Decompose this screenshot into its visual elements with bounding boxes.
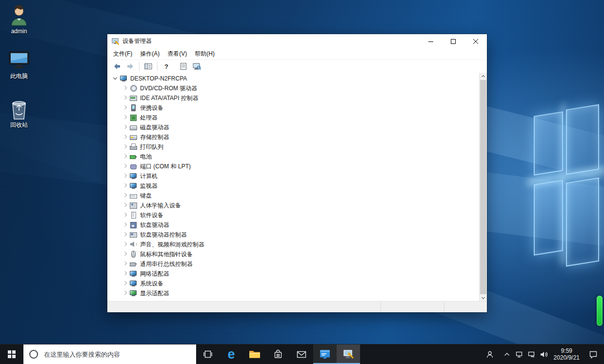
expand-chevron-icon[interactable] bbox=[121, 114, 129, 121]
show-console-tree-button[interactable] bbox=[142, 61, 154, 72]
expand-chevron-icon[interactable] bbox=[121, 250, 129, 258]
menu-bar: 文件(F) 操作(A) 查看(V) 帮助(H) bbox=[107, 48, 487, 60]
clock-date: 2020/9/21 bbox=[554, 354, 580, 361]
taskbar: e bbox=[0, 344, 604, 364]
desktop-icon-recycle-bin[interactable]: 回收站 bbox=[4, 98, 34, 128]
expand-chevron-icon[interactable] bbox=[121, 211, 129, 219]
tree-item[interactable]: 端口 (COM 和 LPT) bbox=[107, 162, 487, 171]
taskbar-search[interactable] bbox=[23, 344, 196, 364]
tree-item[interactable]: 存储控制器 bbox=[107, 132, 487, 142]
start-button[interactable] bbox=[0, 344, 23, 364]
tree-item[interactable]: 鼠标和其他指针设备 bbox=[107, 249, 487, 259]
tree-item[interactable]: 显示适配器 bbox=[107, 288, 487, 298]
people-button[interactable] bbox=[482, 344, 498, 364]
expand-chevron-icon[interactable] bbox=[121, 270, 129, 278]
tree-item-label: 声音、视频和游戏控制器 bbox=[140, 241, 204, 249]
file-explorer-button[interactable] bbox=[243, 344, 266, 364]
tree-item-label: 人体学输入设备 bbox=[140, 202, 181, 210]
edge-button[interactable]: e bbox=[220, 344, 243, 364]
desktop: admin 此电脑 回收站 bbox=[0, 0, 604, 364]
search-input[interactable] bbox=[43, 350, 196, 359]
expand-chevron-icon[interactable] bbox=[121, 202, 129, 209]
network-button[interactable] bbox=[525, 344, 538, 364]
tree-item[interactable]: DVD/CD-ROM 驱动器 bbox=[107, 83, 487, 93]
tree-item[interactable]: 软盘驱动器 bbox=[107, 220, 487, 230]
expand-chevron-icon[interactable] bbox=[121, 221, 129, 229]
safely-remove-hardware-button[interactable] bbox=[513, 344, 525, 364]
device-manager-taskbar-icon bbox=[342, 349, 354, 360]
device-manager-app-button[interactable] bbox=[337, 344, 360, 364]
ports-icon bbox=[130, 163, 137, 170]
close-button[interactable] bbox=[464, 34, 487, 48]
tree-item-label: 计算机 bbox=[140, 172, 158, 181]
expand-chevron-icon[interactable] bbox=[121, 172, 129, 180]
menu-file[interactable]: 文件(F) bbox=[109, 48, 136, 60]
tree-item[interactable]: 声音、视频和游戏控制器 bbox=[107, 240, 487, 249]
desktop-icon-this-pc[interactable]: 此电脑 bbox=[4, 50, 34, 80]
store-button[interactable] bbox=[266, 344, 290, 364]
collapse-chevron-icon[interactable] bbox=[111, 75, 119, 82]
wallpaper-windows-logo bbox=[531, 100, 604, 281]
expand-chevron-icon[interactable] bbox=[121, 241, 129, 248]
monitor-icon bbox=[130, 182, 137, 189]
tree-item[interactable]: 处理器 bbox=[107, 113, 487, 122]
menu-view[interactable]: 查看(V) bbox=[163, 48, 191, 60]
tree-item[interactable]: 键盘 bbox=[107, 191, 487, 201]
tree-item[interactable]: 系统设备 bbox=[107, 279, 487, 288]
desktop-icon-label: 此电脑 bbox=[10, 73, 28, 80]
minimize-button[interactable] bbox=[420, 34, 442, 48]
expand-chevron-icon[interactable] bbox=[121, 182, 129, 190]
task-view-button[interactable] bbox=[196, 344, 220, 364]
volume-button[interactable] bbox=[538, 344, 550, 364]
sound-icon bbox=[130, 241, 137, 248]
forward-button[interactable] bbox=[124, 61, 136, 72]
tree-item[interactable]: 人体学输入设备 bbox=[107, 201, 487, 210]
desktop-icon-admin[interactable]: admin bbox=[4, 5, 34, 35]
properties-button[interactable] bbox=[178, 61, 189, 72]
tree-item[interactable]: 便携设备 bbox=[107, 103, 487, 113]
expand-chevron-icon[interactable] bbox=[121, 162, 129, 170]
menu-help[interactable]: 帮助(H) bbox=[191, 48, 219, 60]
tree-item[interactable]: 通用串行总线控制器 bbox=[107, 259, 487, 269]
expand-chevron-icon[interactable] bbox=[121, 289, 129, 297]
tree-item[interactable]: 软盘驱动器控制器 bbox=[107, 230, 487, 240]
maximize-button[interactable] bbox=[442, 34, 464, 48]
tree-item[interactable]: 网络适配器 bbox=[107, 269, 487, 279]
tree-scrollbar[interactable] bbox=[479, 73, 487, 302]
keyboard-icon bbox=[130, 192, 137, 199]
hidden-icons-button[interactable] bbox=[501, 344, 513, 364]
tree-item[interactable]: 软件设备 bbox=[107, 210, 487, 220]
mail-button[interactable] bbox=[290, 344, 313, 364]
tree-item[interactable]: 电池 bbox=[107, 152, 487, 162]
tree-root[interactable]: DESKTOP-N2FRCPA bbox=[107, 74, 487, 83]
tree-item[interactable]: 计算机 bbox=[107, 171, 487, 181]
expand-chevron-icon[interactable] bbox=[121, 94, 129, 102]
scrollbar-thumb[interactable] bbox=[480, 80, 486, 294]
expand-chevron-icon[interactable] bbox=[121, 133, 129, 141]
expand-chevron-icon[interactable] bbox=[121, 123, 129, 131]
scan-hardware-changes-button[interactable] bbox=[191, 61, 202, 72]
expand-chevron-icon[interactable] bbox=[121, 231, 129, 239]
back-button[interactable] bbox=[111, 61, 123, 72]
expand-chevron-icon[interactable] bbox=[121, 143, 129, 151]
menu-action[interactable]: 操作(A) bbox=[136, 48, 163, 60]
help-button[interactable]: ? bbox=[161, 61, 172, 72]
expand-chevron-icon[interactable] bbox=[121, 153, 129, 161]
expand-chevron-icon[interactable] bbox=[121, 104, 129, 112]
title-bar[interactable]: 设备管理器 bbox=[107, 34, 487, 48]
action-center-button[interactable] bbox=[584, 350, 603, 359]
expand-chevron-icon[interactable] bbox=[121, 84, 129, 92]
expand-chevron-icon[interactable] bbox=[121, 280, 129, 287]
blue-window-app-button[interactable] bbox=[313, 344, 337, 364]
scroll-down-button[interactable] bbox=[480, 294, 487, 302]
tree-item[interactable]: 监视器 bbox=[107, 181, 487, 191]
expand-chevron-icon[interactable] bbox=[121, 260, 129, 268]
tree-item[interactable]: IDE ATA/ATAPI 控制器 bbox=[107, 93, 487, 103]
expand-chevron-icon[interactable] bbox=[121, 192, 129, 200]
ide-icon bbox=[130, 95, 137, 101]
scroll-up-button[interactable] bbox=[480, 73, 487, 80]
network-icon bbox=[130, 270, 137, 277]
tree-item[interactable]: 磁盘驱动器 bbox=[107, 122, 487, 132]
taskbar-clock[interactable]: 9:59 2020/9/21 bbox=[550, 347, 584, 361]
tree-item[interactable]: 打印队列 bbox=[107, 142, 487, 152]
